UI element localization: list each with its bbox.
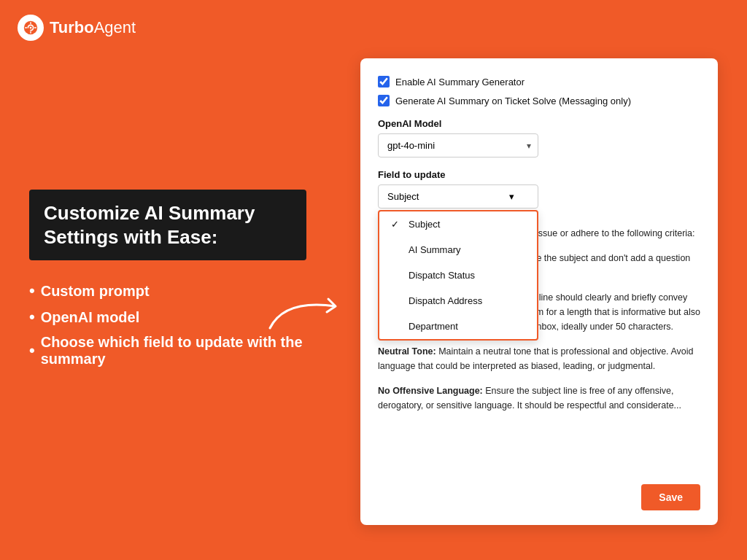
- chevron-down-icon: ▾: [509, 191, 514, 202]
- field-to-update-wrapper: Subject ▾ ✓ Subject AI Summary Dispatch …: [378, 184, 538, 209]
- dropdown-label-dispatch-status: Dispatch Status: [409, 270, 475, 281]
- generate-ai-summary-checkbox[interactable]: [378, 95, 390, 106]
- dropdown-item-department[interactable]: Department: [379, 314, 537, 339]
- headline: Customize AI Summary Settings with Ease:: [44, 201, 292, 249]
- checkbox-row-1: Enable AI Summary Generator: [378, 76, 700, 88]
- enable-ai-summary-label: Enable AI Summary Generator: [395, 77, 525, 88]
- headline-box: Customize AI Summary Settings with Ease:: [29, 190, 306, 260]
- logo-text: TurboAgent: [50, 18, 136, 37]
- openai-model-select[interactable]: gpt-4o-mini: [378, 133, 538, 158]
- save-button-wrapper: Save: [641, 484, 700, 510]
- dropdown-item-ai-summary[interactable]: AI Summary: [379, 237, 537, 262]
- svg-point-1: [30, 27, 32, 29]
- check-icon: ✓: [391, 219, 403, 230]
- dropdown-label-department: Department: [409, 321, 458, 332]
- dropdown-item-dispatch-address[interactable]: Dispatch Address: [379, 288, 537, 314]
- generate-ai-summary-label: Generate AI Summary on Ticket Solve (Mes…: [395, 96, 631, 106]
- app-header: TurboAgent: [18, 15, 136, 41]
- field-to-update-label: Field to update: [378, 169, 700, 180]
- field-to-update-button[interactable]: Subject ▾: [378, 184, 538, 209]
- text-para-5: No Offensive Language: Ensure the subjec…: [378, 384, 700, 413]
- checkbox-row-2: Generate AI Summary on Ticket Solve (Mes…: [378, 95, 700, 106]
- dropdown-label-subject: Subject: [409, 219, 440, 230]
- save-button[interactable]: Save: [641, 484, 700, 510]
- field-to-update-value: Subject: [387, 191, 419, 202]
- openai-model-label: OpenAI Model: [378, 118, 700, 129]
- field-dropdown-popup: ✓ Subject AI Summary Dispatch Status Dis…: [378, 210, 538, 341]
- dropdown-item-subject[interactable]: ✓ Subject: [379, 211, 537, 237]
- openai-model-select-wrapper: gpt-4o-mini ▾: [378, 133, 538, 158]
- arrow-decoration: [263, 284, 365, 343]
- enable-ai-summary-checkbox[interactable]: [378, 76, 390, 88]
- left-panel: Customize AI Summary Settings with Ease:…: [29, 190, 306, 371]
- logo-icon: [18, 15, 44, 41]
- dropdown-label-ai-summary: AI Summary: [409, 244, 461, 255]
- text-para-4: Neutral Tone: Maintain a neutral tone th…: [378, 344, 700, 373]
- settings-panel: Enable AI Summary Generator Generate AI …: [360, 58, 718, 525]
- dropdown-item-dispatch-status[interactable]: Dispatch Status: [379, 262, 537, 288]
- dropdown-label-dispatch-address: Dispatch Address: [409, 295, 482, 306]
